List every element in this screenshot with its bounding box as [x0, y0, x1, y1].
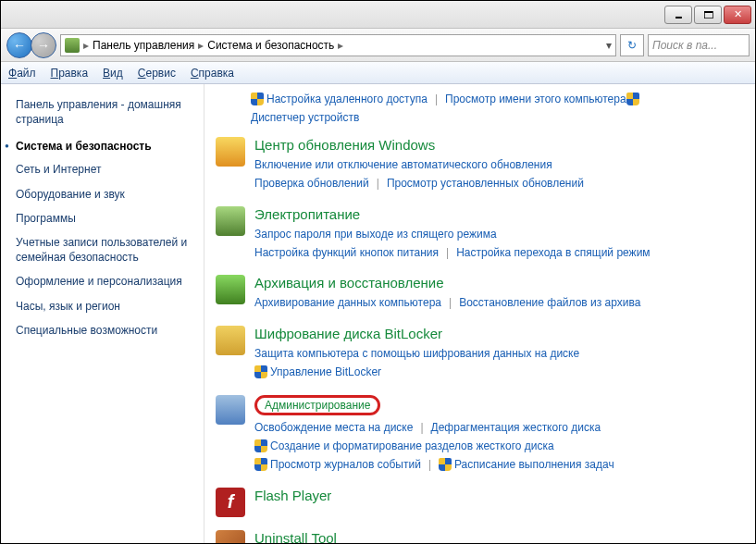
sidebar-link[interactable]: Программы: [16, 211, 194, 226]
bc-separator: ▸: [198, 39, 204, 52]
shield-icon: [254, 439, 267, 452]
menu-bar: ФайлПравкаВидСервисСправка: [1, 62, 755, 84]
task-link[interactable]: Дефрагментация жесткого диска: [431, 418, 601, 437]
category-power: ЭлектропитаниеЗапрос пароля при выходе и…: [216, 206, 740, 263]
sidebar: Панель управления - домашняя страница Си…: [1, 84, 204, 543]
category-title-bitlocker[interactable]: Шифрование диска BitLocker: [254, 326, 740, 341]
shield-icon: [254, 365, 267, 378]
category-title-power[interactable]: Электропитание: [254, 206, 740, 222]
shield-icon: [626, 93, 639, 105]
shield-icon: [251, 93, 264, 105]
category-windows-update: Центр обновления WindowsВключение или от…: [216, 137, 740, 193]
task-link[interactable]: Архивирование данных компьютера: [254, 293, 441, 312]
close-button[interactable]: ✕: [724, 6, 751, 24]
computer-name-link[interactable]: Просмотр имени этого компьютера: [445, 90, 626, 108]
separator: |: [449, 293, 452, 312]
category-title-uninstall[interactable]: Uninstall Tool: [254, 530, 740, 543]
task-link[interactable]: Запрос пароля при выходе из спящего режи…: [254, 225, 497, 243]
separator: |: [446, 243, 449, 262]
nav-bar: ← → ▸ Панель управления ▸ Система и безо…: [1, 29, 755, 62]
separator: |: [428, 455, 431, 474]
task-link[interactable]: Настройка перехода в спящий режим: [456, 243, 650, 262]
sidebar-home-link[interactable]: Панель управления - домашняя страница: [16, 97, 194, 127]
content-area[interactable]: Настройка удаленного доступа | Просмотр …: [204, 84, 755, 543]
remote-access-link[interactable]: Настройка удаленного доступа: [266, 90, 428, 108]
sidebar-link[interactable]: Учетные записи пользователей и семейная …: [16, 235, 194, 265]
sidebar-active-item[interactable]: Система и безопасность: [16, 140, 194, 153]
menu-item[interactable]: Сервис: [138, 67, 176, 80]
maximize-button[interactable]: 🗖: [694, 6, 722, 24]
task-link[interactable]: Проверка обновлений: [254, 174, 369, 192]
task-link[interactable]: Освобождение места на диске: [254, 418, 413, 437]
task-link[interactable]: Включение или отключение автоматического…: [254, 155, 552, 174]
category-title-admin[interactable]: Администрирование: [254, 395, 740, 415]
sidebar-link[interactable]: Часы, язык и регион: [16, 299, 194, 314]
category-admin: АдминистрированиеОсвобождение места на д…: [216, 395, 740, 475]
category-uninstall: Uninstall Tool: [216, 530, 740, 543]
category-title-windows-update[interactable]: Центр обновления Windows: [254, 137, 740, 153]
control-panel-window: 🗕 🗖 ✕ ← → ▸ Панель управления ▸ Система …: [0, 0, 756, 544]
control-panel-icon: [65, 38, 80, 53]
task-link[interactable]: Восстановление файлов из архива: [459, 293, 640, 312]
breadcrumb-item[interactable]: Панель управления: [93, 39, 194, 52]
task-link[interactable]: Настройка функций кнопок питания: [254, 243, 439, 262]
device-manager-link[interactable]: Диспетчер устройств: [251, 108, 359, 127]
flash-icon: f: [216, 488, 245, 517]
category-backup: Архивация и восстановлениеАрхивирование …: [216, 275, 740, 312]
backup-icon: [216, 275, 245, 304]
windows-update-icon: [216, 137, 245, 167]
task-link[interactable]: Защита компьютера с помощью шифрования д…: [254, 344, 579, 363]
breadcrumb-item[interactable]: Система и безопасность: [207, 39, 334, 52]
sidebar-link[interactable]: Оформление и персонализация: [16, 274, 194, 289]
shield-icon: [254, 458, 267, 471]
menu-item[interactable]: Вид: [103, 67, 123, 80]
forward-button[interactable]: →: [31, 32, 56, 58]
category-title-flash[interactable]: Flash Player: [254, 488, 740, 503]
task-link[interactable]: Создание и форматирование разделов жестк…: [270, 437, 554, 455]
titlebar: 🗕 🗖 ✕: [1, 1, 755, 29]
task-link[interactable]: Просмотр журналов событий: [270, 455, 421, 474]
sidebar-link[interactable]: Специальные возможности: [16, 323, 194, 338]
task-link[interactable]: Управление BitLocker: [270, 363, 381, 381]
bitlocker-icon: [216, 326, 245, 355]
back-button[interactable]: ←: [6, 32, 32, 58]
menu-item[interactable]: Файл: [8, 67, 36, 80]
category-title-backup[interactable]: Архивация и восстановление: [254, 275, 740, 291]
category-bitlocker: Шифрование диска BitLockerЗащита компьют…: [216, 326, 740, 382]
task-link[interactable]: Просмотр установленных обновлений: [387, 174, 584, 192]
minimize-button[interactable]: 🗕: [664, 6, 692, 24]
sidebar-link[interactable]: Сеть и Интернет: [16, 162, 194, 177]
task-link[interactable]: Расписание выполнения задач: [454, 455, 614, 474]
separator: |: [420, 418, 423, 437]
sidebar-link[interactable]: Оборудование и звук: [16, 187, 194, 202]
address-bar[interactable]: ▸ Панель управления ▸ Система и безопасн…: [60, 34, 616, 56]
power-icon: [216, 206, 245, 236]
admin-icon: [216, 395, 245, 425]
bc-separator: ▸: [338, 39, 343, 52]
separator: |: [377, 174, 379, 192]
search-input[interactable]: Поиск в па...: [648, 34, 750, 56]
uninstall-icon: [216, 530, 245, 543]
category-flash: fFlash Player: [216, 488, 740, 517]
refresh-button[interactable]: ↻: [620, 34, 644, 56]
menu-item[interactable]: Правка: [51, 67, 89, 80]
bc-separator: ▸: [83, 39, 89, 52]
shield-icon: [439, 458, 452, 471]
address-dropdown-icon[interactable]: ▾: [606, 39, 612, 52]
menu-item[interactable]: Справка: [191, 67, 234, 80]
top-orphan-links: Настройка удаленного доступа | Просмотр …: [251, 90, 740, 128]
